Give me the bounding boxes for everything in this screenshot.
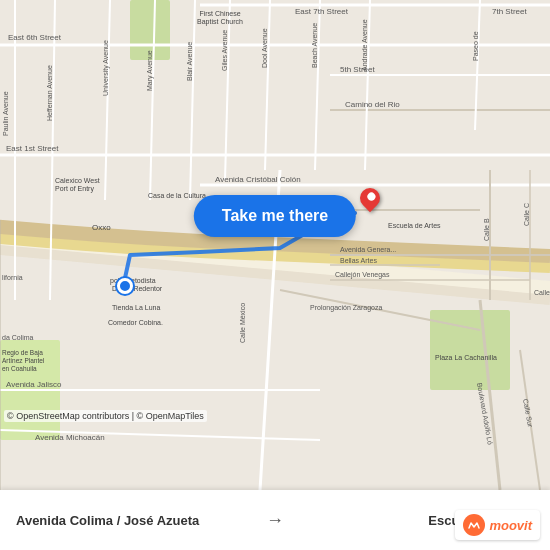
app: East 7th Street 7th Street East 6th Stre… — [0, 0, 550, 550]
arrow-icon: → — [266, 510, 284, 531]
map-container: East 7th Street 7th Street East 6th Stre… — [0, 0, 550, 490]
svg-text:Avenida Genera...: Avenida Genera... — [340, 246, 396, 253]
svg-text:Oxxo: Oxxo — [92, 223, 111, 232]
svg-text:Calle C: Calle C — [523, 203, 530, 226]
svg-text:Regio de Baja: Regio de Baja — [2, 349, 43, 357]
moovit-logo: moovit — [455, 510, 540, 540]
svg-text:East 6th Street: East 6th Street — [8, 33, 62, 42]
svg-text:Paulin Avenue: Paulin Avenue — [2, 91, 9, 136]
svg-text:Callejón Venegas: Callejón Venegas — [335, 271, 390, 279]
svg-text:Prolongación Zaragoza: Prolongación Zaragoza — [310, 304, 382, 312]
svg-text:Port of Entry: Port of Entry — [55, 185, 94, 193]
svg-text:Avenida Cristóbal Colón: Avenida Cristóbal Colón — [215, 175, 301, 184]
svg-text:Calle...: Calle... — [534, 289, 550, 296]
svg-text:Giles Avenue: Giles Avenue — [221, 30, 228, 71]
svg-text:Calle México: Calle México — [239, 303, 246, 343]
svg-text:Artínez Plantel: Artínez Plantel — [2, 357, 45, 364]
svg-text:East 1st Street: East 1st Street — [6, 144, 59, 153]
svg-text:Avenida Jalisco: Avenida Jalisco — [6, 380, 62, 389]
svg-text:Beach Avenue: Beach Avenue — [311, 23, 318, 68]
svg-text:Tienda La Luna: Tienda La Luna — [112, 304, 160, 311]
take-me-there-button[interactable]: Take me there — [194, 195, 356, 237]
svg-text:Calexico West: Calexico West — [55, 177, 100, 184]
svg-text:East 7th Street: East 7th Street — [295, 7, 349, 16]
origin-marker — [117, 278, 133, 294]
svg-text:Baptist Church: Baptist Church — [197, 18, 243, 26]
bottom-bar: Avenida Colima / José Azueta → Escuela D… — [0, 490, 550, 550]
svg-text:Mary Avenue: Mary Avenue — [146, 50, 154, 91]
svg-text:Andrade Avenue: Andrade Avenue — [361, 19, 368, 71]
svg-text:Camino del Rio: Camino del Rio — [345, 100, 400, 109]
svg-text:Plaza La Cachanilla: Plaza La Cachanilla — [435, 354, 497, 361]
svg-text:Calle B: Calle B — [483, 218, 490, 241]
svg-text:Escuela de Artes: Escuela de Artes — [388, 222, 441, 229]
svg-text:Blair Avenue: Blair Avenue — [186, 42, 193, 81]
svg-text:5th Street: 5th Street — [340, 65, 375, 74]
svg-text:Bellas Artes: Bellas Artes — [340, 257, 377, 264]
svg-text:lifornia: lifornia — [2, 274, 23, 281]
svg-text:University Avenue: University Avenue — [102, 40, 110, 96]
svg-text:Avenida Michoacán: Avenida Michoacán — [35, 433, 105, 442]
svg-text:da Colima: da Colima — [2, 334, 34, 341]
svg-text:Heffernan Avenue: Heffernan Avenue — [46, 65, 53, 121]
svg-text:Casa de la Cultura: Casa de la Cultura — [148, 192, 206, 199]
svg-text:First Chinese: First Chinese — [199, 10, 240, 17]
moovit-text: moovit — [489, 518, 532, 533]
svg-text:7th Street: 7th Street — [492, 7, 527, 16]
svg-text:en Coahuila: en Coahuila — [2, 365, 37, 372]
svg-text:Paseo de: Paseo de — [472, 31, 479, 61]
map-attribution: © OpenStreetMap contributors | © OpenMap… — [4, 410, 207, 422]
svg-text:Dool Avenue: Dool Avenue — [261, 28, 268, 68]
moovit-icon — [463, 514, 485, 536]
svg-text:Comedor Cobina.: Comedor Cobina. — [108, 319, 163, 326]
origin-label: Avenida Colima / José Azueta — [16, 513, 258, 528]
destination-marker — [358, 188, 382, 218]
